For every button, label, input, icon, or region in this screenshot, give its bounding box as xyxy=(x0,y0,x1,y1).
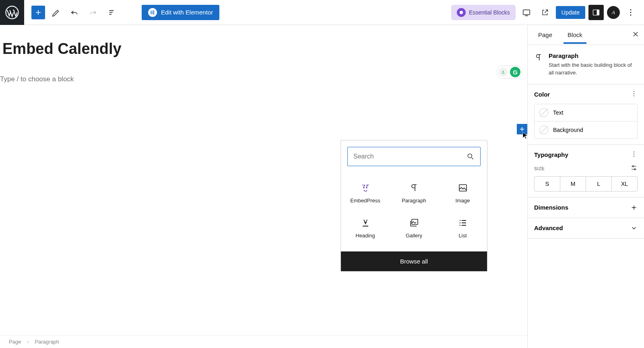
size-m-button[interactable]: M xyxy=(560,177,586,191)
toggle-inserter-button[interactable] xyxy=(31,6,45,19)
browse-all-button[interactable]: Browse all xyxy=(341,251,487,271)
block-item-image[interactable]: Image xyxy=(438,176,487,211)
svg-rect-5 xyxy=(523,10,530,14)
grammarly-badge: G xyxy=(510,67,520,77)
size-label: SIZE xyxy=(534,166,545,171)
block-item-heading[interactable]: Heading xyxy=(341,211,390,246)
block-item-label: EmbedPress xyxy=(350,198,380,204)
svg-point-23 xyxy=(632,165,634,167)
svg-point-22 xyxy=(634,156,634,156)
color-panel-title: Color xyxy=(534,91,550,98)
tab-page[interactable]: Page xyxy=(534,26,556,44)
color-text-label: Text xyxy=(553,109,564,116)
settings-sidebar: Page Block Paragraph Start with the basi… xyxy=(527,25,644,348)
block-name: Paragraph xyxy=(549,52,638,59)
svg-point-14 xyxy=(459,220,460,221)
edit-with-elementor-button[interactable]: Edit with Elementor xyxy=(142,5,219,20)
dimensions-label: Dimensions xyxy=(534,204,568,211)
top-toolbar: Edit with Elementor Essential Blocks Upd… xyxy=(0,0,644,25)
update-button[interactable]: Update xyxy=(556,6,585,19)
search-icon xyxy=(466,152,475,161)
elementor-icon xyxy=(148,8,157,17)
svg-point-15 xyxy=(459,222,460,223)
block-item-label: Heading xyxy=(355,233,375,239)
svg-point-8 xyxy=(630,9,632,10)
close-sidebar-button[interactable] xyxy=(632,31,639,39)
block-placeholder[interactable]: Type / to choose a block xyxy=(0,75,74,83)
block-item-label: Image xyxy=(455,198,470,204)
chevron-right-icon xyxy=(26,340,30,344)
inserter-search[interactable] xyxy=(347,147,481,166)
typography-panel-options[interactable] xyxy=(630,150,638,159)
options-button[interactable] xyxy=(623,5,638,20)
block-item-gallery[interactable]: Gallery xyxy=(390,211,438,246)
color-panel-options[interactable] xyxy=(630,90,638,99)
cursor-icon xyxy=(522,132,529,139)
block-item-paragraph[interactable]: Paragraph xyxy=(390,176,438,211)
svg-rect-7 xyxy=(597,10,599,15)
block-item-label: Paragraph xyxy=(402,198,426,204)
paragraph-icon xyxy=(534,52,543,77)
browse-all-label: Browse all xyxy=(400,258,428,265)
block-item-label: List xyxy=(458,233,466,239)
breadcrumb: Page Paragraph xyxy=(0,335,527,348)
astra-button[interactable]: A xyxy=(607,6,620,19)
grammarly-download-icon xyxy=(499,68,508,76)
tools-button[interactable] xyxy=(48,5,64,20)
breadcrumb-block[interactable]: Paragraph xyxy=(35,339,59,345)
dimensions-panel-toggle[interactable]: Dimensions xyxy=(528,198,644,218)
undo-button[interactable] xyxy=(67,5,82,20)
editor-canvas: Embed Calendly G Type / to choose a bloc… xyxy=(0,25,527,348)
wordpress-logo[interactable] xyxy=(0,0,24,25)
breadcrumb-page[interactable]: Page xyxy=(9,339,21,345)
advanced-panel-toggle[interactable]: Advanced xyxy=(528,218,644,239)
redo-button[interactable] xyxy=(85,5,101,20)
color-background-button[interactable]: Background xyxy=(535,121,637,138)
view-button[interactable] xyxy=(519,5,534,20)
inserter-search-input[interactable] xyxy=(353,153,466,160)
svg-rect-12 xyxy=(459,185,466,191)
size-l-button[interactable]: L xyxy=(586,177,611,191)
svg-rect-3 xyxy=(153,12,155,13)
block-item-label: Gallery xyxy=(406,233,422,239)
size-s-button[interactable]: S xyxy=(535,177,560,191)
plus-icon xyxy=(630,204,638,211)
chevron-down-icon xyxy=(630,224,638,232)
background-color-swatch xyxy=(539,126,548,134)
block-item-list[interactable]: List xyxy=(438,211,487,246)
grammarly-widget[interactable]: G xyxy=(497,65,522,79)
block-description: Start with the basic building block of a… xyxy=(549,62,638,77)
svg-rect-4 xyxy=(153,13,155,14)
size-xl-button[interactable]: XL xyxy=(611,177,637,191)
settings-panel-toggle[interactable] xyxy=(588,5,604,20)
svg-point-10 xyxy=(630,14,632,15)
svg-rect-13 xyxy=(412,219,418,224)
tab-block[interactable]: Block xyxy=(564,26,586,44)
svg-rect-1 xyxy=(151,10,152,14)
open-in-new-button[interactable] xyxy=(537,5,553,20)
svg-point-9 xyxy=(630,12,632,13)
block-item-embedpress[interactable]: EmbedPress xyxy=(341,176,390,211)
text-color-swatch xyxy=(539,108,548,117)
block-inserter-popover: EmbedPress Paragraph Image Heading Galle… xyxy=(341,140,487,272)
advanced-label: Advanced xyxy=(534,224,563,231)
essential-blocks-label: Essential Blocks xyxy=(469,9,510,16)
svg-point-19 xyxy=(634,95,634,96)
svg-point-24 xyxy=(634,169,636,170)
update-button-label: Update xyxy=(561,9,580,16)
custom-size-toggle[interactable] xyxy=(630,164,638,173)
page-title[interactable]: Embed Calendly xyxy=(0,40,527,58)
svg-point-11 xyxy=(468,154,472,158)
svg-point-16 xyxy=(459,225,460,226)
essential-blocks-icon xyxy=(457,8,466,17)
color-text-button[interactable]: Text xyxy=(535,104,637,121)
document-overview-button[interactable] xyxy=(104,5,119,20)
svg-point-18 xyxy=(634,93,634,94)
svg-point-21 xyxy=(634,154,634,154)
svg-point-20 xyxy=(634,151,634,152)
svg-point-17 xyxy=(634,91,634,92)
essential-blocks-button[interactable]: Essential Blocks xyxy=(451,5,516,20)
elementor-button-label: Edit with Elementor xyxy=(161,9,213,16)
typography-panel-title: Typography xyxy=(534,151,568,158)
svg-rect-2 xyxy=(153,10,155,11)
